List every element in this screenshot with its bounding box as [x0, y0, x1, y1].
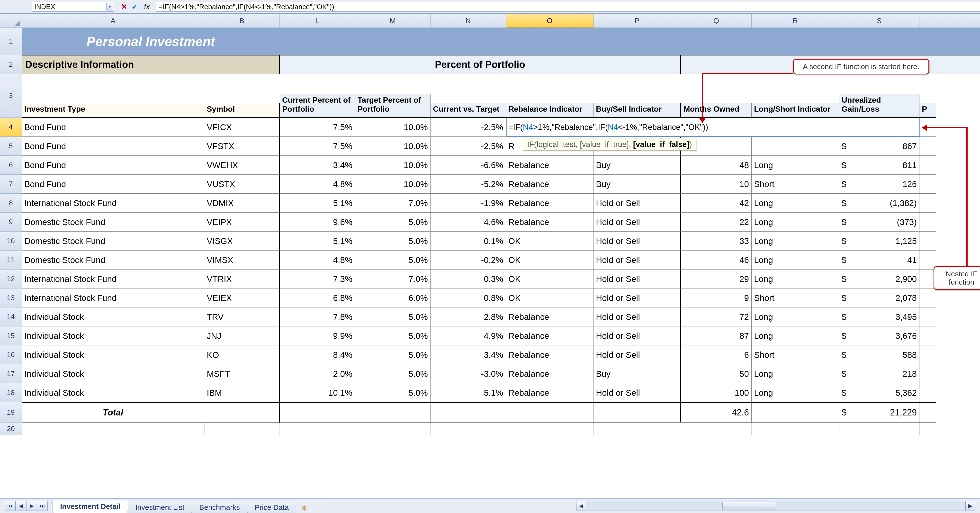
cell-longshort[interactable]: Short: [752, 175, 839, 194]
row-header-19[interactable]: 19: [0, 402, 22, 423]
cell-gainloss[interactable]: $2,900: [839, 269, 920, 288]
cell-next[interactable]: [920, 156, 936, 175]
total-L[interactable]: [280, 402, 355, 423]
cell-current-pct[interactable]: 5.1%: [280, 194, 355, 213]
cell-type[interactable]: International Stock Fund: [22, 194, 204, 213]
row-header-17[interactable]: 17: [0, 364, 22, 383]
cell-target-pct[interactable]: 10.0%: [355, 156, 431, 175]
col-header-N[interactable]: N: [431, 14, 506, 27]
row-header-4[interactable]: 4: [0, 118, 22, 137]
cell-months[interactable]: 72: [681, 307, 752, 327]
cell-gainloss[interactable]: $126: [839, 175, 920, 194]
cell-target-pct[interactable]: 5.0%: [355, 383, 431, 402]
cell-months[interactable]: 9: [681, 288, 752, 307]
cell-buysell[interactable]: Hold or Sell: [593, 288, 681, 307]
cell-next[interactable]: [920, 364, 936, 383]
tab-nav-last-icon[interactable]: ⏭: [37, 501, 48, 511]
cell-gainloss[interactable]: $867: [839, 137, 920, 156]
cell-target-pct[interactable]: 5.0%: [355, 327, 431, 346]
cell-rebalance[interactable]: OK: [506, 231, 593, 250]
hdr-months-owned[interactable]: Months Owned: [681, 103, 752, 118]
cell-current-pct[interactable]: 5.1%: [280, 231, 355, 250]
cell-current-pct[interactable]: 9.9%: [280, 327, 355, 346]
cell-symbol[interactable]: IBM: [204, 383, 280, 402]
function-syntax-tooltip[interactable]: IF(logical_test, [value_if_true], [value…: [523, 138, 696, 151]
row-header-1[interactable]: 1: [0, 28, 22, 55]
cell-next[interactable]: [920, 346, 936, 364]
cell-type[interactable]: Domestic Stock Fund: [22, 250, 204, 269]
formula-input[interactable]: =IF(N4>1%,"Rebalance",IF(N4<-1%,"Rebalan…: [156, 2, 980, 12]
cell-months[interactable]: 10: [681, 175, 752, 194]
tab-benchmarks[interactable]: Benchmarks: [192, 501, 247, 513]
confirm-edit-icon[interactable]: ✔: [132, 2, 138, 11]
cell-target-pct[interactable]: 5.0%: [355, 250, 431, 269]
cell-symbol[interactable]: VFSTX: [204, 137, 280, 156]
cell-type[interactable]: Bond Fund: [22, 175, 204, 194]
cell-target-pct[interactable]: 10.0%: [355, 175, 431, 194]
col-header-next[interactable]: [920, 14, 936, 27]
cell-rebalance[interactable]: OK: [506, 269, 593, 288]
cell-rebalance[interactable]: Rebalance: [506, 307, 593, 327]
cell-P20[interactable]: [593, 423, 681, 435]
cell-cvt[interactable]: 0.3%: [431, 269, 506, 288]
total-months[interactable]: 42.6: [681, 402, 752, 423]
cell-target-pct[interactable]: 5.0%: [355, 213, 431, 231]
cell-cvt[interactable]: 0.8%: [431, 288, 506, 307]
col-header-L[interactable]: L: [280, 14, 355, 27]
cell-next[interactable]: [920, 288, 936, 307]
cell-target-pct[interactable]: 5.0%: [355, 307, 431, 327]
hdr-unrealized-gain-loss[interactable]: Unrealized Gain/Loss: [839, 94, 920, 118]
total-T[interactable]: [920, 402, 936, 423]
cell-current-pct[interactable]: 10.1%: [280, 383, 355, 402]
cell-next[interactable]: [920, 194, 936, 213]
cell-longshort[interactable]: Long: [752, 156, 839, 175]
cell-cvt[interactable]: 0.1%: [431, 231, 506, 250]
title-row-rest[interactable]: [280, 28, 980, 55]
row-header-10[interactable]: 10: [0, 231, 22, 250]
cell-current-pct[interactable]: 7.3%: [280, 269, 355, 288]
cell-next[interactable]: [920, 137, 936, 156]
col-header-Q[interactable]: Q: [681, 14, 752, 27]
cell-type[interactable]: Bond Fund: [22, 156, 204, 175]
cell-symbol[interactable]: VTRIX: [204, 269, 280, 288]
hscroll-track[interactable]: [586, 501, 966, 511]
cell-next[interactable]: [920, 383, 936, 402]
cell-rebalance[interactable]: OK: [506, 288, 593, 307]
row-header-11[interactable]: 11: [0, 250, 22, 269]
cell-next[interactable]: [920, 231, 936, 250]
cell-editor[interactable]: =IF(N4>1%,"Rebalance",IF(N4<-1%,"Rebalan…: [506, 118, 920, 137]
cell-type[interactable]: Individual Stock: [22, 346, 204, 364]
cell-next[interactable]: [920, 213, 936, 231]
cell-target-pct[interactable]: 5.0%: [355, 346, 431, 364]
cell-T20[interactable]: [920, 423, 936, 435]
cell-target-pct[interactable]: 7.0%: [355, 194, 431, 213]
cell-cvt[interactable]: 5.1%: [431, 383, 506, 402]
cell-longshort[interactable]: Long: [752, 269, 839, 288]
cell-symbol[interactable]: KO: [204, 346, 280, 364]
col-header-B[interactable]: B: [204, 14, 280, 27]
row-header-2[interactable]: 2: [0, 55, 22, 74]
cell-longshort[interactable]: Long: [752, 307, 839, 327]
col-header-O[interactable]: O: [506, 14, 593, 27]
cell-N20[interactable]: [431, 423, 506, 435]
cell-Q20[interactable]: [681, 423, 752, 435]
cell-months[interactable]: 6: [681, 346, 752, 364]
cell-next[interactable]: [920, 327, 936, 346]
cell-longshort[interactable]: Long: [752, 364, 839, 383]
cell-rebalance[interactable]: Rebalance: [506, 156, 593, 175]
cell-buysell[interactable]: Hold or Sell: [593, 194, 681, 213]
cell-rebalance[interactable]: Rebalance: [506, 346, 593, 364]
insert-function-icon[interactable]: fx: [142, 2, 152, 12]
select-all-corner[interactable]: [0, 14, 22, 27]
cell-buysell[interactable]: Hold or Sell: [593, 383, 681, 402]
row-header-12[interactable]: 12: [0, 269, 22, 288]
hdr-symbol[interactable]: Symbol: [204, 103, 280, 118]
hdr-current-vs-target[interactable]: Current vs. Target: [431, 103, 506, 118]
total-label[interactable]: Total: [22, 402, 204, 423]
cell-buysell[interactable]: Buy: [593, 175, 681, 194]
cell-symbol[interactable]: VISGX: [204, 231, 280, 250]
cell-gainloss[interactable]: $(373): [839, 213, 920, 231]
cell-rebalance[interactable]: Rebalance: [506, 213, 593, 231]
row-header-18[interactable]: 18: [0, 383, 22, 402]
cell-gainloss[interactable]: $811: [839, 156, 920, 175]
